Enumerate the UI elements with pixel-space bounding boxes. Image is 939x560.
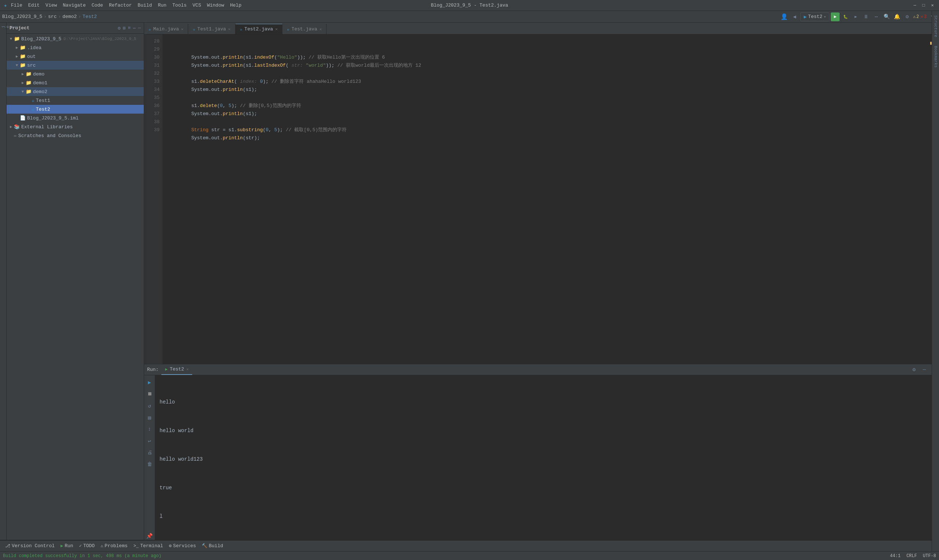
minimize-panel-icon[interactable]: ─ bbox=[138, 25, 141, 31]
run-settings-button[interactable]: ⚙ bbox=[910, 365, 919, 374]
menu-tools[interactable]: Tools bbox=[173, 3, 187, 8]
tree-external-libs[interactable]: ▶ 📚 External Libraries bbox=[6, 122, 144, 131]
maximize-button[interactable]: □ bbox=[920, 3, 927, 8]
more-run-button[interactable]: ⋯ bbox=[872, 12, 881, 21]
build-btn[interactable]: 🔨 Build bbox=[199, 542, 225, 551]
menu-bar: File Edit View Navigate Code Refactor Bu… bbox=[11, 3, 242, 8]
tree-out[interactable]: ▶ 📁 out bbox=[6, 52, 144, 61]
charset-label[interactable]: UTF-8 bbox=[923, 554, 936, 558]
tab-test-close[interactable]: ✕ bbox=[319, 27, 322, 32]
breadcrumb-project[interactable]: Blog_J2023_9_5 bbox=[2, 14, 42, 19]
terminal-btn[interactable]: >_ Terminal bbox=[131, 542, 165, 551]
tab-main-java[interactable]: ☕ Main.java ✕ bbox=[144, 24, 188, 34]
run-print-icon[interactable]: 🖨 bbox=[146, 449, 154, 457]
breadcrumb-src[interactable]: src bbox=[48, 14, 57, 19]
output-line-3: hello world123 bbox=[160, 454, 927, 464]
notifications-bell[interactable]: 🔔 bbox=[893, 12, 901, 21]
tree-demo[interactable]: ▶ 📁 demo bbox=[6, 70, 144, 78]
arrow-demo1-icon: ▶ bbox=[20, 81, 26, 85]
warnings-indicator[interactable]: ⚠ 2 bbox=[913, 14, 919, 19]
tree-demo1[interactable]: ▶ 📁 demo1 bbox=[6, 78, 144, 87]
todo-btn[interactable]: ✓ TODO bbox=[77, 542, 97, 551]
demo2-folder-icon: 📁 bbox=[26, 89, 32, 95]
tree-demo-label: demo bbox=[33, 71, 45, 77]
tree-scratches[interactable]: ▶ ✏ Scratches and Consoles bbox=[6, 131, 144, 140]
tree-idea[interactable]: ▶ 📁 .idea bbox=[6, 43, 144, 52]
test1-java-icon: ☕ bbox=[32, 97, 34, 103]
errors-indicator[interactable]: ✕ 3 bbox=[920, 14, 927, 19]
menu-build[interactable]: Build bbox=[137, 3, 152, 8]
tree-ext-libs-label: External Libraries bbox=[21, 124, 72, 130]
account-button[interactable]: 👤 bbox=[780, 12, 789, 21]
breadcrumb-sep3: › bbox=[78, 14, 81, 19]
run-rerun-icon[interactable]: ↺ bbox=[146, 402, 154, 410]
run-wrap-icon[interactable]: ↩ bbox=[146, 437, 154, 445]
tree-test2[interactable]: ▶ ☕ Test2 bbox=[6, 105, 144, 114]
run-tab-test2[interactable]: ▶ Test2 ✕ bbox=[161, 365, 192, 375]
tree-demo2[interactable]: ▼ 📁 demo2 bbox=[6, 87, 144, 96]
tab-test1-java[interactable]: ☕ Test1.java ✕ bbox=[188, 24, 235, 34]
menu-edit[interactable]: Edit bbox=[28, 3, 40, 8]
services-btn[interactable]: ⚙ Services bbox=[167, 542, 199, 551]
run-scroll-icon[interactable]: ↕ bbox=[146, 425, 154, 433]
cursor-position[interactable]: 44:1 bbox=[890, 554, 900, 558]
settings-gear[interactable]: ⚙ bbox=[903, 12, 911, 21]
tree-src[interactable]: ▼ 📁 src bbox=[6, 61, 144, 70]
search-button[interactable]: 🔍 bbox=[882, 12, 891, 21]
breadcrumb-demo2[interactable]: demo2 bbox=[62, 14, 77, 19]
run-config-selector[interactable]: ▶ Test2 ▾ bbox=[800, 12, 830, 21]
tab-test1-close[interactable]: ✕ bbox=[228, 27, 231, 32]
run-trash-icon[interactable]: 🗑 bbox=[146, 460, 154, 468]
run-tab-icon: ▶ bbox=[165, 367, 168, 372]
tree-test1[interactable]: ▶ ☕ Test1 bbox=[6, 96, 144, 105]
tree-root[interactable]: ▼ 📁 Blog_J2023_9_5 D:\Project\JAVA\Blog_… bbox=[6, 34, 144, 43]
run-button[interactable]: ▶ bbox=[831, 12, 840, 21]
debug-button[interactable]: 🐛 bbox=[841, 12, 850, 21]
run-filter-icon[interactable]: ▤ bbox=[146, 414, 154, 422]
run-tab-close[interactable]: ✕ bbox=[187, 367, 189, 372]
structure-label[interactable]: Structure bbox=[933, 11, 939, 42]
tab-test2-close[interactable]: ✕ bbox=[275, 27, 278, 32]
run-tab-label: Test2 bbox=[170, 366, 184, 372]
gear-icon[interactable]: ⚙ bbox=[118, 25, 121, 31]
run-play-icon[interactable]: ▶ bbox=[146, 378, 154, 386]
expand-icon[interactable]: ⊞ bbox=[123, 25, 126, 31]
close-button[interactable]: ✕ bbox=[930, 3, 935, 8]
menu-vcs[interactable]: VCS bbox=[193, 3, 201, 8]
menu-view[interactable]: View bbox=[45, 3, 57, 8]
arrow-src-icon: ▼ bbox=[14, 63, 20, 68]
project-label[interactable]: Project bbox=[0, 23, 19, 31]
problems-btn[interactable]: ⚠ Problems bbox=[98, 542, 130, 551]
menu-run[interactable]: Run bbox=[158, 3, 166, 8]
line-ending[interactable]: CRLF bbox=[907, 554, 917, 558]
tab-test2-java[interactable]: ☕ Test2.java ✕ bbox=[236, 24, 282, 34]
options-icon[interactable]: ⋯ bbox=[133, 25, 136, 31]
breadcrumb-test2[interactable]: Test2 bbox=[83, 14, 97, 19]
tab-test-java[interactable]: ☕ Test.java ✕ bbox=[282, 24, 327, 34]
pause-button[interactable]: ⏸ bbox=[862, 12, 870, 21]
coverage-button[interactable]: ▶ bbox=[851, 12, 860, 21]
app-icon: ✦ bbox=[4, 2, 7, 9]
run-output: hello hello world hello world123 true l … bbox=[155, 375, 932, 540]
run-side-icons: ▶ ⏹ ↺ ▤ ↕ ↩ 🖨 🗑 📌 bbox=[144, 375, 155, 540]
run-stop-icon[interactable]: ⏹ bbox=[146, 390, 154, 398]
code-editor[interactable]: System.out.println(s1.indexOf("Hello"));… bbox=[162, 34, 927, 364]
menu-navigate[interactable]: Navigate bbox=[63, 3, 85, 8]
menu-window[interactable]: Window bbox=[207, 3, 224, 8]
menu-help[interactable]: Help bbox=[230, 3, 241, 8]
tree-iml[interactable]: ▶ 📄 Blog_J2023_9_5.iml bbox=[6, 114, 144, 122]
menu-refactor[interactable]: Refactor bbox=[109, 3, 132, 8]
sort-icon[interactable]: ≡ bbox=[128, 25, 131, 31]
menu-code[interactable]: Code bbox=[92, 3, 103, 8]
tab-test2-label: Test2.java bbox=[244, 26, 273, 32]
back-button[interactable]: ◀ bbox=[790, 12, 799, 21]
tab-main-close[interactable]: ✕ bbox=[181, 27, 184, 32]
minimize-button[interactable]: ─ bbox=[912, 3, 918, 8]
output-line-4: true bbox=[160, 483, 927, 492]
run-toolbar-btn[interactable]: ▶ Run bbox=[58, 542, 76, 551]
menu-file[interactable]: File bbox=[11, 3, 22, 8]
bookmarks-label[interactable]: Bookmarks bbox=[933, 42, 939, 72]
run-pin-icon[interactable]: 📌 bbox=[146, 532, 154, 540]
run-close-button[interactable]: ─ bbox=[920, 365, 929, 374]
version-control-btn[interactable]: ⎇ Version Control bbox=[3, 542, 57, 551]
